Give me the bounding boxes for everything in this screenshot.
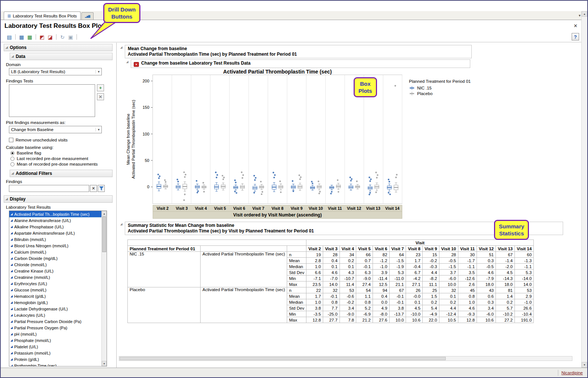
stat-label-cell: Max xyxy=(287,317,306,323)
legend-entry[interactable]: Placebo xyxy=(409,91,471,96)
lab-test-item[interactable]: ◢Activated Partial Th...boplastin Time (… xyxy=(9,211,101,217)
collapse-triangle-icon[interactable]: ◢ xyxy=(6,198,8,201)
stat-value-cell: 0.3 xyxy=(477,299,496,305)
outline-triangle-icon[interactable]: ◢ xyxy=(125,59,129,63)
lab-test-item[interactable]: ◢Hematocrit (g/dL) xyxy=(9,293,101,299)
options-title: Options xyxy=(10,45,26,50)
stat-value-cell: 4.4 xyxy=(439,305,458,311)
options-section-header[interactable]: ◢ Options xyxy=(4,44,113,51)
stat-value-cell: 7.8 xyxy=(340,317,356,323)
legend-label: NIC .15 xyxy=(417,86,432,90)
stat-value-cell: -9.3 xyxy=(458,311,477,317)
lab-test-item[interactable]: ◢Creatinine (mmol/L) xyxy=(9,274,101,280)
scroll-down-icon[interactable]: ▼ xyxy=(582,362,587,368)
add-test-button[interactable]: + xyxy=(97,84,104,91)
stat-value-cell: 1.5 xyxy=(422,293,439,299)
refresh-icon[interactable]: ↻ xyxy=(58,33,66,41)
baseline-flag-radio[interactable] xyxy=(10,151,14,155)
lab-test-item[interactable]: ◢Partial Pressure Carbon Dioxide (Pa) xyxy=(9,318,101,325)
study-link[interactable]: Nicardipine xyxy=(561,371,583,375)
remove-test-button[interactable]: ✕ xyxy=(97,93,104,100)
lab-test-item[interactable]: ◢Carbon Dioxide (mg/dL) xyxy=(9,255,101,261)
collapse-triangle-icon[interactable]: ◢ xyxy=(12,55,14,58)
drill-down-prev-icon[interactable]: ◩ xyxy=(38,33,46,41)
lab-test-item[interactable]: ◢Phosphate (mmol/L) xyxy=(9,337,101,343)
tab-overflow-icon[interactable]: ▾ xyxy=(579,13,581,17)
stat-value-cell: -14.3 xyxy=(496,276,515,281)
stat-value-cell: 64 xyxy=(389,252,406,258)
findings-tests-listbox[interactable] xyxy=(9,84,95,117)
lab-test-item[interactable]: ◢Lactate Dehydrogenase (U/L) xyxy=(9,306,101,312)
lab-test-label: Lactate Dehydrogenase (U/L) xyxy=(14,307,68,311)
help-button[interactable]: ? xyxy=(572,33,579,40)
lab-test-item[interactable]: ◢Partial Pressure Oxygen (Pa) xyxy=(9,325,101,331)
lab-test-item[interactable]: ◢Blood Urea Nitrogen (mmol/L) xyxy=(9,242,101,249)
stat-value-cell: 1.0 xyxy=(306,264,323,270)
stat-value-cell: 3.4 xyxy=(477,305,496,311)
drill-down-next-icon[interactable]: ◪ xyxy=(46,33,54,41)
remove-unscheduled-checkbox[interactable] xyxy=(9,138,13,142)
report-icon[interactable]: ▤ xyxy=(5,33,13,41)
lab-test-item[interactable]: ◢Hemoglobin (g/dL) xyxy=(9,299,101,306)
report-hscrollbar[interactable] xyxy=(119,356,572,361)
stat-value-cell: 6.6 xyxy=(306,270,323,276)
outline-triangle-icon[interactable]: ◢ xyxy=(119,45,123,49)
stat-value-cell: -0.1 xyxy=(356,264,373,270)
header-line: Mean Change from baseline xyxy=(128,46,469,52)
drill-down-button[interactable]: ▼ xyxy=(134,62,139,67)
stat-value-cell: 51 xyxy=(477,252,496,258)
outline-triangle-icon[interactable]: ◢ xyxy=(119,222,123,226)
lab-test-item[interactable]: ◢Leukocytes (U/L) xyxy=(9,312,101,318)
stat-value-cell: 3.8 xyxy=(389,305,406,311)
stat-value-cell: 10.0 xyxy=(439,281,458,287)
plot-as-select[interactable]: Change from Baseline ▾ xyxy=(9,126,102,133)
display-section-header[interactable]: ◢ Display xyxy=(4,195,113,203)
lab-test-item[interactable]: ◢Creatine Kinase (U/L) xyxy=(9,268,101,274)
lab-test-item[interactable]: ◢pH (mmol/L) xyxy=(9,331,101,337)
snapshot-icon[interactable]: ▣ xyxy=(66,33,75,41)
list-scrollbar[interactable]: ▲ ▼ xyxy=(101,211,107,366)
mean-predose-radio[interactable] xyxy=(10,162,14,166)
window-scrollbar[interactable]: ▲ ▼ xyxy=(581,11,587,368)
continuous-variable-icon: ◢ xyxy=(10,313,13,317)
stat-value-cell: 0.6 xyxy=(477,293,496,299)
lab-test-item[interactable]: ◢Aspartate Aminotransferase (U/L) xyxy=(9,230,101,236)
stat-value-cell: -1.2 xyxy=(373,258,389,264)
save-data-table-icon[interactable]: ▦ xyxy=(26,33,34,41)
close-icon[interactable]: ✕ xyxy=(574,23,578,29)
scroll-up-icon[interactable]: ▲ xyxy=(582,11,587,17)
scroll-down-icon[interactable]: ▼ xyxy=(102,361,107,366)
clear-filter-icon[interactable]: ✕ xyxy=(90,185,97,192)
scroll-up-icon[interactable]: ▲ xyxy=(102,211,107,216)
lab-test-item[interactable]: ◢Potassium (mmol/L) xyxy=(9,350,101,356)
chart-legend: Planned Treatment for Period 01 NIC .15P… xyxy=(409,79,471,97)
collapse-triangle-icon[interactable]: ◢ xyxy=(6,46,8,49)
data-section-header[interactable]: ◢ Data xyxy=(10,53,113,60)
data-table-icon[interactable]: ▦ xyxy=(17,33,26,41)
lab-test-item[interactable]: ◢Platelet (U/L) xyxy=(9,343,101,350)
stat-value-cell: 18.0 xyxy=(496,281,515,287)
lab-test-label: Potassium (mmol/L) xyxy=(14,351,51,355)
additional-filters-header[interactable]: ◢ Additional Filters xyxy=(10,170,113,177)
lab-test-item[interactable]: ◢Alanine Aminotransferase (U/L) xyxy=(9,217,101,224)
stat-value-cell: -10.2 xyxy=(496,311,515,317)
lab-test-item[interactable]: ◢Bilirubin (mmol/L) xyxy=(9,236,101,242)
lab-test-item[interactable]: ◢Alkaline Phosphatase (U/L) xyxy=(9,224,101,230)
lab-test-item[interactable]: ◢Calcium (mmol/L) xyxy=(9,249,101,255)
domain-select[interactable]: LB (Laboratory Test Results) ▾ xyxy=(9,68,102,75)
lab-test-item[interactable]: ◢Protein (g/dL) xyxy=(9,356,101,362)
legend-entry[interactable]: NIC .15 xyxy=(409,86,471,90)
lab-test-item[interactable]: ◢Glucose (mmol/L) xyxy=(9,287,101,293)
last-predose-radio[interactable] xyxy=(10,157,14,161)
scrollbar-thumb[interactable] xyxy=(102,216,106,252)
scrollbar-thumb[interactable] xyxy=(120,357,446,360)
lab-test-item[interactable]: ◢Prothrombin Time (sec) xyxy=(9,362,101,366)
filter-funnel-icon[interactable] xyxy=(98,185,105,192)
findings-filter-input[interactable] xyxy=(9,185,89,192)
lab-test-item[interactable]: ◢Erythrocytes (U/L) xyxy=(9,280,101,287)
visit-axis-tick-label: Visit 4 xyxy=(191,206,211,211)
stat-value-cell: 27.6 xyxy=(373,317,389,323)
tab-lab-results-box-plots[interactable]: ▥ Laboratory Test Results Box Plots xyxy=(4,12,81,20)
collapse-triangle-icon[interactable]: ◢ xyxy=(12,172,14,175)
lab-test-item[interactable]: ◢Chloride (mmol/L) xyxy=(9,261,101,268)
